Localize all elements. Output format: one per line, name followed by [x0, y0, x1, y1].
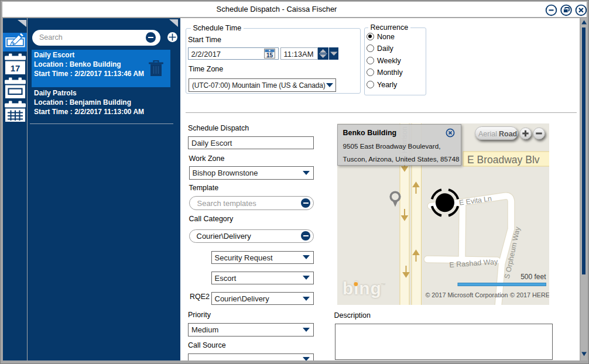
- svg-text:Aerial: Aerial: [478, 130, 497, 138]
- svg-text:© 2017 HERE: © 2017 HERE: [510, 291, 549, 298]
- svg-text:© 2017 Microsoft Corporation: © 2017 Microsoft Corporation: [425, 291, 508, 298]
- svg-text:Road: Road: [499, 130, 517, 138]
- svg-text:500 feet: 500 feet: [520, 273, 546, 281]
- svg-text:17: 17: [11, 63, 20, 73]
- svg-text:™: ™: [381, 282, 386, 288]
- svg-text:bing: bing: [343, 279, 382, 298]
- svg-text:E Broadway Blv: E Broadway Blv: [467, 154, 540, 166]
- svg-text:15: 15: [266, 52, 273, 59]
